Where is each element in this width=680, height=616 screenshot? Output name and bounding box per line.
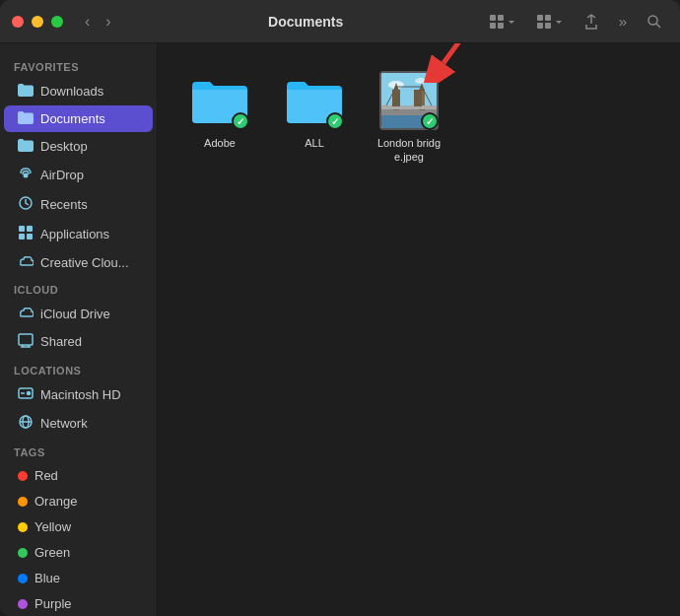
creative-cloud-icon [18,254,34,270]
sidebar-item-tag-orange[interactable]: Orange [4,489,153,513]
sidebar-icloud-drive-label: iCloud Drive [40,307,110,321]
folder-icon-wrap-all: ✓ [285,71,344,130]
share-button[interactable] [578,10,605,34]
sidebar-item-shared[interactable]: Shared [4,327,153,356]
traffic-lights [12,16,63,28]
sidebar-network-label: Network [40,416,88,431]
svg-rect-15 [27,234,33,240]
applications-icon [18,225,34,243]
shared-icon [18,332,34,351]
title-bar: ‹ › Documents [0,0,680,43]
sidebar-desktop-label: Desktop [40,139,88,154]
forward-button[interactable]: › [100,9,116,34]
svg-rect-16 [19,334,33,345]
red-tag-dot [18,471,28,481]
airdrop-icon [18,166,34,184]
svg-point-10 [24,173,29,178]
svg-point-25 [415,78,427,84]
sidebar-airdrop-label: AirDrop [40,168,84,182]
sidebar-item-tag-yellow[interactable]: Yellow [4,514,153,539]
orange-tag-dot [18,497,28,507]
file-item-adobe[interactable]: ✓ Adobe [180,63,259,172]
sidebar-item-network[interactable]: Network [4,409,153,438]
sidebar-item-desktop[interactable]: Desktop [4,133,153,160]
network-icon [18,414,34,433]
sidebar-shared-label: Shared [40,334,82,349]
yellow-tag-dot [18,522,28,532]
nav-buttons: ‹ › [79,9,117,34]
sidebar: Favorites Downloads Documents [0,43,158,616]
svg-rect-35 [381,105,437,109]
blue-tag-dot [18,574,28,583]
tag-orange-label: Orange [34,494,77,509]
folder-icon-wrap-adobe: ✓ [190,71,249,130]
close-button[interactable] [12,16,24,28]
sidebar-creative-cloud-label: Creative Clou... [40,255,129,270]
svg-rect-6 [537,23,543,29]
sidebar-item-applications[interactable]: Applications [4,220,153,248]
sidebar-item-downloads[interactable]: Downloads [4,78,153,104]
tag-green-label: Green [34,545,70,560]
svg-rect-5 [545,15,551,21]
svg-rect-13 [27,226,33,232]
folder-icon [18,110,34,127]
tag-red-label: Red [34,468,58,483]
file-grid: ✓ Adobe ✓ ALL [180,63,660,172]
svg-rect-2 [490,23,496,29]
icloud-icon [18,306,34,321]
svg-rect-4 [537,15,543,21]
file-item-london-bridge[interactable]: ✓ London bridge.jpeg [370,63,448,172]
tag-yellow-label: Yellow [34,519,71,534]
tag-blue-label: Blue [34,571,60,585]
file-thumbnail-wrap: ✓ [379,71,439,130]
file-label-adobe: Adobe [204,136,236,150]
sidebar-item-tag-green[interactable]: Green [4,540,153,565]
hd-icon [18,386,34,403]
window-title: Documents [129,14,483,30]
sidebar-applications-label: Applications [40,227,109,241]
svg-rect-3 [498,23,504,29]
svg-point-18 [28,392,31,395]
svg-rect-0 [490,15,496,21]
tags-section-label: Tags [0,439,157,462]
favorites-section-label: Favorites [0,53,157,77]
minimize-button[interactable] [32,16,43,28]
purple-tag-dot [18,599,28,609]
svg-point-8 [648,16,657,25]
sidebar-item-airdrop[interactable]: AirDrop [4,161,153,189]
sidebar-item-macintosh-hd[interactable]: Macintosh HD [4,381,153,408]
svg-rect-12 [19,226,25,232]
sidebar-item-tag-purple[interactable]: Purple [4,591,153,616]
maximize-button[interactable] [51,16,63,28]
sidebar-downloads-label: Downloads [40,84,103,99]
view-list-button[interactable] [530,10,570,34]
svg-rect-7 [545,23,551,29]
sidebar-item-recents[interactable]: Recents [4,190,153,219]
green-tag-dot [18,548,28,558]
sidebar-item-creative-cloud[interactable]: Creative Clou... [4,249,153,275]
content-area: ✓ Adobe ✓ ALL [161,43,680,616]
view-grid-button[interactable] [483,10,522,34]
check-badge-adobe: ✓ [232,112,249,130]
sidebar-recents-label: Recents [40,197,88,212]
sidebar-macintosh-hd-label: Macintosh HD [40,387,121,402]
recents-icon [18,195,34,214]
check-badge-london-bridge: ✓ [421,112,439,130]
svg-line-9 [656,24,660,28]
file-label-all: ALL [305,136,324,150]
file-label-london-bridge: London bridge.jpeg [374,136,444,165]
toolbar-right: » [483,9,668,34]
tag-purple-label: Purple [34,596,72,611]
file-item-all[interactable]: ✓ ALL [275,63,354,172]
sidebar-item-icloud-drive[interactable]: iCloud Drive [4,301,153,326]
more-button[interactable]: » [613,9,633,34]
back-button[interactable]: ‹ [79,9,96,34]
icloud-section-label: iCloud [0,276,157,300]
svg-rect-1 [498,15,504,21]
folder-icon [18,83,34,100]
folder-icon [18,138,34,155]
sidebar-item-documents[interactable]: Documents [4,105,153,132]
search-button[interactable] [641,10,668,34]
sidebar-item-tag-blue[interactable]: Blue [4,566,153,590]
sidebar-item-tag-red[interactable]: Red [4,463,153,488]
